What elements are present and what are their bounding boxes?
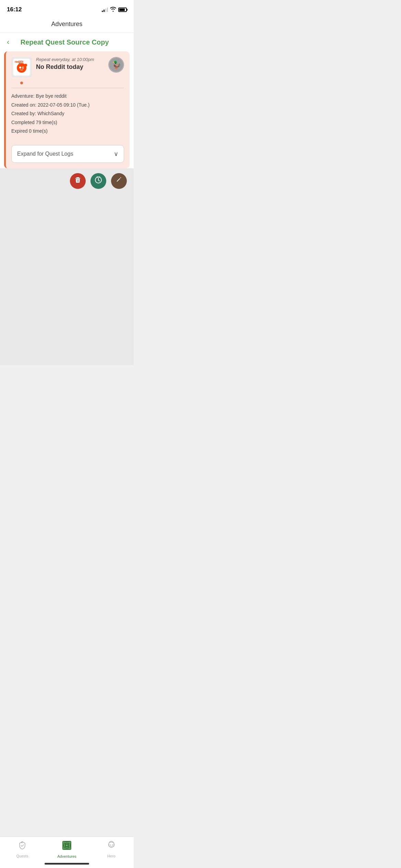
status-dot bbox=[20, 82, 23, 84]
completed-detail: Completed 79 time(s) bbox=[11, 119, 124, 126]
card-wrapper: reddit Repeat everyday, at 10:00pm No Re… bbox=[0, 51, 134, 168]
quest-card: reddit Repeat everyday, at 10:00pm No Re… bbox=[4, 51, 130, 168]
action-bar bbox=[0, 168, 134, 194]
expired-detail: Expired 0 time(s) bbox=[11, 128, 124, 135]
svg-text:🦆: 🦆 bbox=[112, 60, 121, 70]
created-by-detail: Created by: WhichSandy bbox=[11, 110, 124, 117]
trash-icon bbox=[74, 177, 81, 185]
pencil-icon bbox=[116, 177, 122, 185]
svg-point-3 bbox=[19, 67, 21, 69]
created-on-detail: Created on: 2022-07-05 09:10 (Tue.) bbox=[11, 102, 124, 109]
chevron-down-icon: ∨ bbox=[114, 150, 118, 158]
back-button[interactable]: ‹ bbox=[7, 38, 9, 47]
schedule-button[interactable] bbox=[90, 173, 106, 189]
expand-label: Expand for Quest Logs bbox=[17, 151, 73, 157]
quest-schedule: Repeat everyday, at 10:00pm bbox=[36, 57, 94, 62]
signal-icon bbox=[102, 7, 108, 12]
status-icons bbox=[102, 7, 127, 13]
page-title: Adventures bbox=[51, 21, 82, 27]
card-details: Adventure: Bye bye reddit Created on: 20… bbox=[6, 88, 130, 142]
battery-icon bbox=[118, 8, 127, 12]
reddit-logo-icon: reddit bbox=[13, 58, 31, 76]
top-nav: Adventures bbox=[0, 17, 134, 33]
edit-button[interactable] bbox=[111, 173, 127, 189]
quest-thumbnail: reddit bbox=[11, 57, 32, 77]
clock-icon bbox=[95, 176, 102, 185]
sub-header-title: Repeat Quest Source Copy bbox=[13, 38, 127, 46]
delete-button[interactable] bbox=[70, 173, 86, 189]
wifi-icon bbox=[110, 7, 116, 13]
content-area bbox=[0, 194, 134, 365]
status-bar: 16:12 bbox=[0, 0, 134, 17]
sub-header: ‹ Repeat Quest Source Copy bbox=[0, 33, 134, 51]
card-header: reddit Repeat everyday, at 10:00pm No Re… bbox=[6, 51, 130, 88]
status-time: 16:12 bbox=[7, 6, 22, 13]
avatar: 🦆 bbox=[108, 57, 124, 73]
svg-text:reddit: reddit bbox=[15, 60, 23, 63]
quest-title: No Reddit today bbox=[36, 63, 94, 71]
avatar-icon: 🦆 bbox=[109, 58, 123, 72]
adventure-detail: Adventure: Bye bye reddit bbox=[11, 93, 124, 100]
expand-quest-logs-button[interactable]: Expand for Quest Logs ∨ bbox=[11, 145, 124, 163]
